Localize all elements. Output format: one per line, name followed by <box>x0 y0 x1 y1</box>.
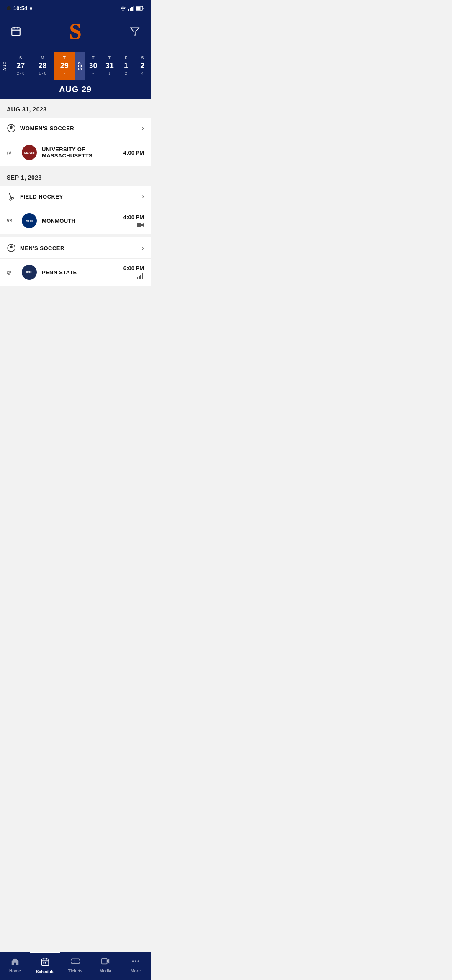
pennstate-game-icons <box>136 273 144 280</box>
svg-line-16 <box>9 193 12 199</box>
pennstate-game-time-block: 6:00 PM <box>123 265 144 280</box>
filter-button[interactable] <box>127 24 142 39</box>
date-header-aug31: AUG 31, 2023 <box>0 99 151 116</box>
svg-rect-6 <box>136 7 141 10</box>
mens-soccer-header[interactable]: MEN'S SOCCER › <box>0 237 151 259</box>
monmouth-logo: MON <box>22 213 37 228</box>
aug-days: S 27 2 - 0 M 28 1 - 0 T 29 - <box>10 52 75 80</box>
mens-soccer-game-pennstate[interactable]: @ PSU PENN STATE 6:00 PM <box>0 259 151 286</box>
cal-day-28[interactable]: M 28 1 - 0 <box>31 52 53 80</box>
calendar-icon <box>10 26 21 37</box>
svg-marker-21 <box>10 245 13 248</box>
status-right <box>120 6 144 11</box>
svg-rect-5 <box>143 8 144 9</box>
cal-day-sep1[interactable]: F 1 2 <box>118 52 134 80</box>
cal-day-29[interactable]: T 29 - <box>54 52 75 80</box>
battery-icon <box>136 6 144 11</box>
syracuse-logo: S <box>63 19 88 44</box>
svg-rect-7 <box>12 28 20 35</box>
vs-label-monmouth: VS <box>7 219 17 223</box>
svg-marker-19 <box>141 223 144 227</box>
schedule-content: AUG 31, 2023 WOMEN'S SOCCER › <box>0 99 151 321</box>
pennstate-logo: PSU <box>22 265 37 280</box>
field-hockey-icon <box>7 192 16 201</box>
status-left: 10:54 <box>7 5 32 11</box>
mens-soccer-card: MEN'S SOCCER › @ PSU PENN STATE 6:00 PM <box>0 237 151 286</box>
monmouth-name: MONMOUTH <box>42 218 118 224</box>
svg-rect-24 <box>140 275 141 279</box>
monmouth-game-time: 4:00 PM <box>123 214 144 220</box>
app-header: S <box>0 15 151 52</box>
umass-logo: UMASS <box>22 145 37 160</box>
field-hockey-header[interactable]: FIELD HOCKEY › <box>0 186 151 207</box>
cal-day-31[interactable]: T 31 1 <box>101 52 118 80</box>
calendar-button[interactable] <box>8 24 23 39</box>
svg-point-17 <box>10 199 11 200</box>
signal-icon <box>128 6 134 11</box>
umass-name: UNIVERSITY OFMASSACHUSETTS <box>42 146 118 159</box>
svg-rect-22 <box>137 277 138 279</box>
sep-divider: SEP <box>75 52 85 80</box>
monmouth-game-time-block: 4:00 PM <box>123 214 144 228</box>
app-logo: S <box>23 19 127 44</box>
umass-game-time: 4:00 PM <box>123 150 144 156</box>
womens-soccer-card: WOMEN'S SOCCER › @ UMASS UNIVERSITY OFMA… <box>0 118 151 166</box>
video-icon <box>136 222 144 228</box>
womens-soccer-game-umass[interactable]: @ UMASS UNIVERSITY OFMASSACHUSETTS 4:00 … <box>0 139 151 166</box>
pennstate-game-time: 6:00 PM <box>123 265 144 271</box>
cal-day-sep2[interactable]: S 2 4 <box>134 52 151 80</box>
status-bar: 10:54 <box>0 0 151 15</box>
field-hockey-chevron: › <box>142 193 144 200</box>
svg-rect-2 <box>131 7 133 11</box>
monmouth-game-icons <box>136 222 144 228</box>
svg-rect-1 <box>130 8 131 11</box>
field-hockey-card: FIELD HOCKEY › VS MON MONMOUTH 4:00 PM <box>0 186 151 234</box>
section-aug31: AUG 31, 2023 WOMEN'S SOCCER › <box>0 99 151 166</box>
mens-soccer-title: MEN'S SOCCER <box>20 245 64 251</box>
svg-rect-23 <box>139 276 140 279</box>
wifi-icon <box>120 6 126 11</box>
stats-icon <box>136 273 144 280</box>
svg-marker-14 <box>10 126 13 129</box>
womens-soccer-chevron: › <box>142 124 144 132</box>
cal-day-27[interactable]: S 27 2 - 0 <box>10 52 31 80</box>
filter-icon <box>129 26 140 37</box>
svg-marker-12 <box>131 28 139 35</box>
svg-rect-0 <box>128 9 129 11</box>
field-hockey-game-monmouth[interactable]: VS MON MONMOUTH 4:00 PM <box>0 207 151 234</box>
status-dot <box>30 7 32 10</box>
svg-rect-25 <box>142 273 143 279</box>
svg-rect-18 <box>137 223 141 227</box>
calendar-strip: AUG S 27 2 - 0 M 28 1 - 0 T 29 - SEP T 3… <box>0 52 151 80</box>
umass-game-time-block: 4:00 PM <box>123 150 144 156</box>
section-sep1: SEP 1, 2023 FIELD HOCKEY › <box>0 168 151 286</box>
cal-day-30[interactable]: T 30 - <box>85 52 101 80</box>
womens-soccer-title: WOMEN'S SOCCER <box>20 125 74 132</box>
sep-days: T 30 - T 31 1 F 1 2 S 2 4 <box>85 52 151 80</box>
status-time: 10:54 <box>13 5 27 11</box>
field-hockey-title: FIELD HOCKEY <box>20 193 63 200</box>
aug-month-label: AUG <box>0 52 10 80</box>
soccer-icon <box>7 124 16 133</box>
svg-rect-3 <box>133 6 134 11</box>
camera-dot <box>7 6 11 10</box>
date-header-sep1: SEP 1, 2023 <box>0 168 151 184</box>
at-label-umass: @ <box>7 150 17 155</box>
pennstate-name: PENN STATE <box>42 269 118 276</box>
selected-date-bar: AUG 29 <box>0 80 151 99</box>
mens-soccer-icon <box>7 243 16 253</box>
womens-soccer-header[interactable]: WOMEN'S SOCCER › <box>0 118 151 139</box>
selected-date-text: AUG 29 <box>59 85 92 94</box>
at-label-pennstate: @ <box>7 270 17 275</box>
mens-soccer-chevron: › <box>142 244 144 252</box>
svg-text:S: S <box>69 19 82 44</box>
